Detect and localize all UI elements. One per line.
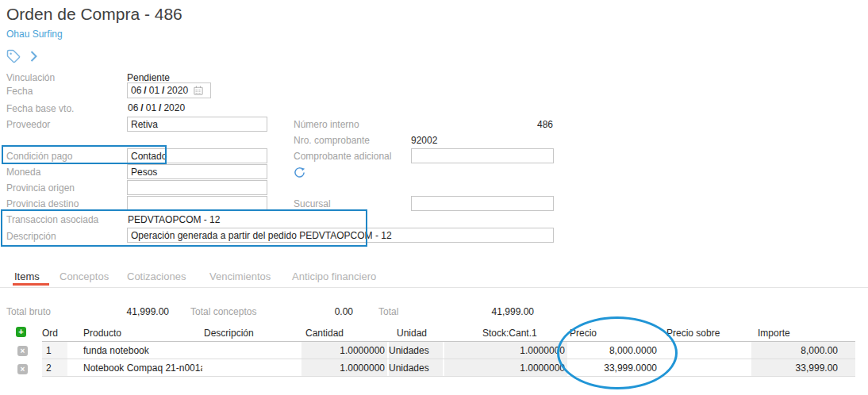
cell-unidad[interactable]: Unidades (389, 359, 444, 376)
col-header-stock: Stock:Cant.1 (444, 325, 567, 341)
nro-comprobante-value: 92002 (411, 135, 437, 146)
comprobante-adicional-input[interactable] (411, 148, 554, 163)
fecha-base-day: 06 (128, 102, 138, 113)
active-tab-underline (13, 283, 49, 286)
cell-importe: 8,000.00 (751, 342, 855, 359)
moneda-input[interactable] (127, 164, 267, 179)
table-row[interactable]: 1 funda notebook 1.0000000 Unidades 1.00… (42, 342, 855, 359)
field-label: Nro. comprobante (294, 135, 370, 146)
cell-importe: 33,999.00 (751, 359, 855, 376)
provincia-destino-input[interactable] (127, 196, 267, 211)
cell-cantidad[interactable]: 1.0000000 (301, 342, 389, 359)
tab-items[interactable]: Items (14, 270, 40, 282)
fecha-base-year: 2020 (163, 102, 185, 113)
delete-row-button x-icon[interactable]: × (17, 346, 28, 356)
sucursal-input[interactable] (411, 196, 554, 211)
fecha-base-value: 06 / 01 / 2020 (128, 102, 185, 113)
tag-icon[interactable] (6, 49, 21, 67)
field-label: Provincia origen (6, 182, 75, 194)
cell-ord: 2 (42, 359, 67, 376)
cell-stock: 1.0000000 (444, 359, 567, 376)
date-separator: / (144, 85, 146, 96)
table-row[interactable]: 2 Notebook Compaq 21-n001ar:... 1.000000… (42, 359, 855, 377)
col-header-ord: Ord (42, 325, 67, 341)
field-label: Provincia destino (6, 198, 79, 209)
field-label: Fecha (6, 86, 33, 97)
field-label: Condición pago (6, 151, 72, 162)
total-bruto-label: Total bruto (6, 306, 51, 317)
field-label: Descripción (6, 231, 56, 242)
tabbar-divider (0, 287, 868, 288)
fecha-base-month: 01 (146, 102, 156, 113)
cell-producto[interactable]: funda notebook (67, 342, 202, 359)
total-label: Total (378, 306, 398, 317)
field-label: Moneda (6, 167, 40, 178)
field-label: Vinculación (6, 72, 55, 83)
col-header-unidad: Unidad (389, 325, 444, 341)
cell-descripcion[interactable] (202, 342, 301, 359)
col-header-cantidad: Cantidad (301, 325, 389, 341)
col-header-precio-sobre: Precio sobre (663, 325, 751, 341)
fecha-input[interactable]: 06 / 01 / 2020 (127, 82, 211, 98)
tab-cotizaciones[interactable]: Cotizaciones (127, 270, 186, 282)
purchase-order-screen: Orden de Compra - 486 Ohau Surfing Vincu… (0, 0, 868, 395)
field-label: Proveedor (6, 119, 50, 130)
cell-ord: 1 (42, 342, 67, 359)
transaccion-asociada-value: PEDVTAOPCOM - 12 (128, 214, 220, 225)
col-header-precio: Precio (567, 325, 663, 341)
items-table: Ord Producto Descripción Cantidad Unidad… (42, 325, 855, 377)
add-row-button plus-icon[interactable]: + (16, 327, 26, 337)
chevron-right-icon[interactable] (29, 50, 39, 66)
fecha-month[interactable]: 01 (149, 85, 159, 96)
vinculacion-value: Pendiente (127, 72, 170, 83)
cell-descripcion[interactable] (202, 359, 301, 376)
total-conceptos-value: 0.00 (274, 306, 353, 317)
field-label: Sucursal (294, 198, 331, 209)
delete-row-button x-icon[interactable]: × (17, 364, 28, 374)
date-separator: / (140, 102, 143, 113)
fecha-year[interactable]: 2020 (167, 85, 188, 96)
total-bruto-value: 41,999.00 (79, 306, 169, 317)
tab-vencimientos[interactable]: Vencimientos (209, 270, 271, 282)
provincia-origen-input[interactable] (127, 180, 267, 195)
field-label: Fecha base vto. (6, 103, 74, 114)
date-separator: / (162, 85, 164, 96)
refresh-icon[interactable] (294, 167, 305, 182)
field-label: Número interno (294, 119, 359, 130)
date-separator: / (159, 102, 161, 113)
col-header-descripcion: Descripción (202, 325, 301, 341)
proveedor-input[interactable] (127, 117, 267, 132)
descripcion-input[interactable] (127, 228, 554, 243)
field-label: Comprobante adicional (294, 151, 391, 162)
fecha-day[interactable]: 06 (131, 85, 141, 96)
total-value: 41,999.00 (439, 306, 534, 317)
total-conceptos-label: Total conceptos (190, 306, 256, 317)
condicion-pago-input[interactable] (127, 148, 267, 163)
calendar-icon[interactable] (194, 86, 203, 95)
cell-precio-sobre[interactable] (663, 359, 751, 376)
cell-cantidad[interactable]: 1.0000000 (301, 359, 389, 376)
cell-unidad[interactable]: Unidades (389, 342, 444, 359)
cell-precio[interactable]: 8,000.0000 (567, 342, 663, 359)
tab-anticipo-financiero[interactable]: Anticipo financiero (292, 270, 376, 282)
table-header-row: Ord Producto Descripción Cantidad Unidad… (42, 325, 855, 342)
company-link[interactable]: Ohau Surfing (6, 29, 63, 40)
page-title: Orden de Compra - 486 (6, 5, 182, 24)
field-label: Transaccion asociada (6, 214, 98, 225)
col-header-producto: Producto (67, 325, 202, 341)
cell-producto[interactable]: Notebook Compaq 21-n001ar:... (67, 359, 202, 376)
tab-conceptos[interactable]: Conceptos (60, 270, 109, 282)
cell-stock: 1.0000000 (444, 342, 567, 359)
cell-precio-sobre[interactable] (663, 342, 751, 359)
cell-precio[interactable]: 33,999.0000 (567, 359, 663, 376)
numero-interno-value: 486 (411, 119, 553, 130)
col-header-importe: Importe (751, 325, 855, 341)
